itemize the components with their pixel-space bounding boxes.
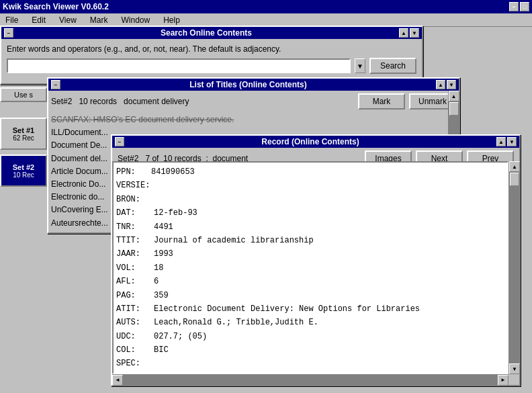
list-window-min-btn[interactable]: −	[51, 80, 60, 89]
menu-edit[interactable]: Edit	[29, 15, 48, 25]
field-auts: AUTS: Leach,Ronald G.; Tribble,Judith E.	[116, 316, 504, 329]
search-window-title-bar: − Search Online Contents ▲ ▼	[1, 27, 422, 39]
record-scroll-thumb[interactable]	[510, 173, 519, 186]
record-hscroll-track	[123, 375, 498, 386]
menu-bar: File Edit View Mark Window Help	[0, 13, 532, 27]
field-spec: SPEC:	[116, 357, 504, 370]
record-window-title-bar: − Record (Online Contents) ▲ ▼	[112, 136, 519, 148]
app-title-bar: Kwik Search Viewer V0.60.2 − □	[0, 0, 532, 13]
app-min-btn[interactable]: −	[509, 2, 519, 11]
menu-window[interactable]: Window	[119, 15, 153, 25]
field-udc: UDC: 027.7; (05)	[116, 330, 504, 343]
list-window-title: List of Titles (Online Contents)	[60, 80, 436, 89]
record-scroll-up[interactable]: ▲	[509, 161, 520, 172]
field-bron: BRON:	[116, 193, 504, 206]
set1-panel[interactable]: Set #1 62 Rec	[0, 118, 47, 150]
menu-help[interactable]: Help	[161, 15, 183, 25]
field-ppn: PPN: 841090653	[116, 165, 504, 179]
record-scroll-down[interactable]: ▼	[509, 363, 520, 374]
record-scroll-track	[509, 172, 519, 363]
list-item[interactable]: SCANFAX: HMSO's EC document delivery ser…	[51, 114, 456, 126]
record-content-area: PPN: 841090653 VERSIE: BRON: DAT: 12-feb…	[112, 161, 508, 374]
record-window: − Record (Online Contents) ▲ ▼ Set#2 7 o…	[111, 134, 521, 386]
record-window-title: Record (Online Contents)	[124, 137, 496, 146]
record-window-scroll-up[interactable]: ▲	[496, 137, 506, 146]
record-window-scroll-down[interactable]: ▼	[507, 137, 517, 146]
field-dat: DAT: 12-feb-93	[116, 206, 504, 220]
field-col: COL: BIC	[116, 343, 504, 357]
field-pag: PAG: 359	[116, 289, 504, 302]
field-atit: ATIT: Electronic Document Delivery: New …	[116, 302, 504, 316]
record-hscroll-right[interactable]: ►	[498, 375, 508, 386]
list-window-scroll-down[interactable]: ▼	[447, 80, 456, 89]
field-ttit: TTIT: Journal of academic librarianship	[116, 234, 504, 247]
set1-label: Set #1	[13, 126, 34, 134]
record-scrollbar[interactable]: ▲ ▼	[508, 161, 519, 374]
mark-button[interactable]: Mark	[358, 93, 405, 110]
record-h-scrollbar[interactable]: ◄ ►	[112, 374, 508, 385]
menu-mark[interactable]: Mark	[87, 15, 111, 25]
list-window-title-bar: − List of Titles (Online Contents) ▲ ▼	[48, 79, 459, 91]
scroll-thumb[interactable]	[449, 102, 459, 116]
field-versie: VERSIE:	[116, 179, 504, 192]
field-afl: AFL: 6	[116, 275, 504, 288]
search-window: − Search Online Contents ▲ ▼ Enter words…	[0, 26, 423, 85]
menu-view[interactable]: View	[56, 15, 79, 25]
search-window-min-btn[interactable]: −	[4, 28, 13, 38]
record-hscroll-left[interactable]: ◄	[112, 375, 123, 386]
field-tnr: TNR: 4491	[116, 220, 504, 234]
set2-panel[interactable]: Set #2 10 Rec	[0, 155, 47, 187]
set2-records: 10 Rec	[13, 171, 34, 179]
app-max-btn[interactable]: □	[520, 2, 529, 11]
search-window-scroll-up[interactable]: ▲	[399, 28, 408, 38]
search-window-title: Search Online Contents	[13, 28, 399, 38]
record-window-min-btn[interactable]: −	[115, 137, 124, 146]
list-window-scroll-up[interactable]: ▲	[436, 80, 445, 89]
set2-label: Set #2	[13, 163, 34, 171]
menu-file[interactable]: File	[3, 15, 21, 25]
field-jaar: JAAR: 1993	[116, 247, 504, 261]
app-title: Kwik Search Viewer V0.60.2	[3, 2, 109, 11]
search-window-scroll-down[interactable]: ▼	[410, 28, 419, 38]
list-set-info: Set#2 10 records document delivery	[51, 97, 189, 106]
field-vol: VOL: 18	[116, 261, 504, 275]
search-button[interactable]: Search	[369, 58, 416, 74]
scroll-up-arrow[interactable]: ▲	[449, 91, 459, 101]
set1-records: 62 Rec	[13, 134, 34, 142]
search-scroll-down-icon[interactable]: ▼	[355, 58, 365, 73]
use-button[interactable]: Use s	[0, 87, 47, 102]
search-instruction: Enter words and operators (e.g., and, or…	[7, 44, 416, 54]
search-input[interactable]	[7, 58, 351, 73]
